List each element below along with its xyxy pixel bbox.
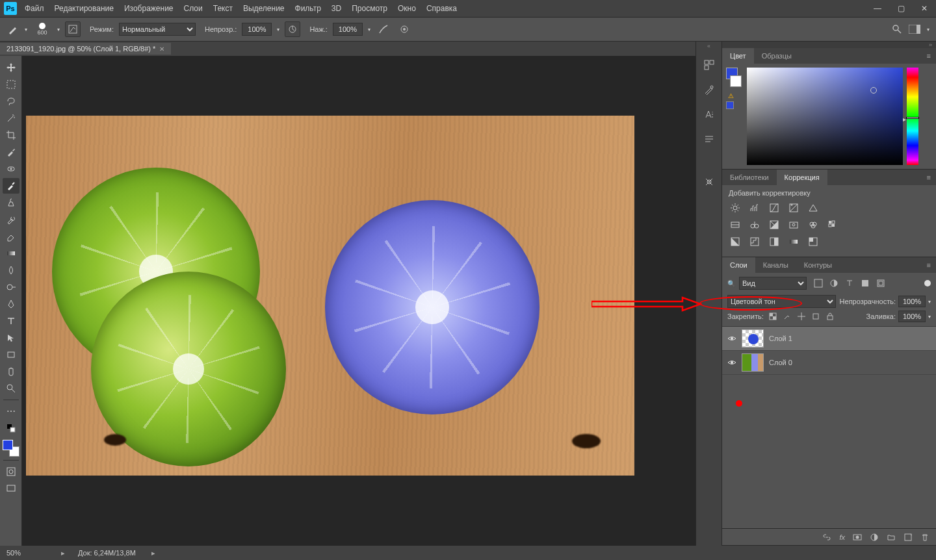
collapse-dock-icon[interactable]: « bbox=[696, 43, 722, 49]
layer-kind-select[interactable]: Вид bbox=[739, 277, 807, 290]
lock-all-icon[interactable] bbox=[825, 311, 835, 322]
delete-layer-icon[interactable] bbox=[920, 533, 930, 542]
menu-3d[interactable]: 3D bbox=[332, 4, 341, 13]
close-button[interactable]: ✕ bbox=[913, 0, 936, 17]
marquee-tool[interactable] bbox=[3, 77, 20, 92]
threshold-icon[interactable] bbox=[768, 236, 781, 248]
mini-swatches[interactable]: ⚠ bbox=[726, 68, 743, 165]
tab-color[interactable]: Цвет bbox=[722, 48, 754, 64]
healing-brush-tool[interactable] bbox=[3, 161, 20, 177]
dodge-tool[interactable] bbox=[3, 279, 20, 295]
posterize-icon[interactable] bbox=[748, 236, 761, 248]
crop-tool[interactable] bbox=[3, 127, 20, 143]
background-swatch[interactable] bbox=[730, 75, 742, 87]
bw-icon[interactable] bbox=[768, 219, 781, 231]
filter-shape-icon[interactable] bbox=[860, 278, 870, 288]
layer-item[interactable]: Слой 0 bbox=[722, 351, 936, 375]
exposure-icon[interactable] bbox=[787, 202, 800, 214]
dropdown-arrow-icon[interactable]: ▾ bbox=[928, 314, 931, 320]
screen-mode-button[interactable] bbox=[3, 481, 20, 496]
visibility-icon[interactable] bbox=[727, 334, 736, 343]
dropdown-arrow-icon[interactable]: ▾ bbox=[57, 27, 60, 32]
dropdown-arrow-icon[interactable]: ▾ bbox=[927, 27, 930, 32]
type-tool[interactable] bbox=[3, 313, 20, 329]
layer-name[interactable]: Слой 0 bbox=[769, 359, 792, 366]
hue-slider[interactable] bbox=[907, 68, 918, 165]
group-icon[interactable] bbox=[887, 533, 896, 542]
doc-arrow-icon[interactable]: ▸ bbox=[151, 549, 155, 557]
flow-input[interactable] bbox=[333, 23, 363, 36]
menu-layers[interactable]: Слои bbox=[184, 4, 203, 13]
invert-icon[interactable] bbox=[729, 236, 742, 248]
paragraph-panel-icon[interactable] bbox=[701, 131, 717, 147]
pressure-opacity-button[interactable] bbox=[285, 21, 300, 37]
pressure-size-button[interactable] bbox=[396, 21, 412, 37]
eyedropper-tool[interactable] bbox=[3, 144, 20, 160]
brightness-icon[interactable] bbox=[729, 202, 742, 214]
foreground-color[interactable] bbox=[3, 440, 13, 450]
menu-filter[interactable]: Фильтр bbox=[295, 4, 321, 13]
layer-style-icon[interactable]: fx bbox=[839, 533, 845, 541]
dropdown-arrow-icon[interactable]: ▾ bbox=[928, 299, 931, 305]
filter-pixel-icon[interactable] bbox=[813, 278, 824, 288]
adjustment-layer-icon[interactable] bbox=[870, 533, 879, 542]
filter-toggle[interactable] bbox=[924, 280, 931, 286]
search-icon[interactable] bbox=[892, 24, 902, 34]
document-canvas[interactable] bbox=[26, 116, 634, 476]
filter-type-icon[interactable] bbox=[844, 278, 855, 288]
lock-artboard-icon[interactable] bbox=[811, 311, 821, 322]
move-tool[interactable] bbox=[3, 60, 20, 75]
color-cursor[interactable] bbox=[870, 87, 877, 94]
menu-file[interactable]: Файл bbox=[25, 4, 44, 13]
tab-paths[interactable]: Контуры bbox=[796, 257, 840, 273]
selective-color-icon[interactable] bbox=[807, 236, 820, 248]
minimize-button[interactable]: — bbox=[866, 0, 889, 17]
color-field[interactable] bbox=[747, 68, 903, 165]
path-selection-tool[interactable] bbox=[3, 330, 20, 346]
color-lookup-icon[interactable] bbox=[826, 219, 839, 231]
gradient-map-icon[interactable] bbox=[787, 236, 800, 248]
hue-sat-icon[interactable] bbox=[729, 219, 742, 231]
dropdown-arrow-icon[interactable]: ▾ bbox=[368, 27, 370, 32]
brush-tool-icon[interactable] bbox=[6, 23, 20, 36]
properties-panel-icon[interactable] bbox=[701, 82, 717, 97]
layer-thumbnail[interactable] bbox=[742, 353, 764, 372]
character-panel-icon[interactable] bbox=[701, 107, 717, 122]
brush-size-preview[interactable]: 600 bbox=[32, 23, 52, 36]
menu-text[interactable]: Текст bbox=[213, 4, 233, 13]
filter-smart-icon[interactable] bbox=[876, 278, 886, 288]
gamut-warning-icon[interactable]: ⚠ bbox=[726, 91, 735, 100]
lock-position-icon[interactable] bbox=[796, 311, 807, 322]
layer-name[interactable]: Слой 1 bbox=[769, 335, 792, 342]
brush-panel-button[interactable] bbox=[65, 21, 81, 37]
default-colors-icon[interactable] bbox=[3, 420, 20, 436]
layer-fill-input[interactable] bbox=[898, 311, 926, 322]
edit-toolbar-button[interactable]: ⋯ bbox=[3, 403, 20, 419]
quick-mask-button[interactable] bbox=[3, 464, 20, 479]
rectangle-tool[interactable] bbox=[3, 347, 20, 363]
eraser-tool[interactable] bbox=[3, 229, 20, 244]
lock-transparency-icon[interactable] bbox=[768, 311, 778, 322]
zoom-arrow-icon[interactable]: ▸ bbox=[61, 549, 65, 557]
color-balance-icon[interactable] bbox=[748, 219, 761, 231]
lock-image-icon[interactable] bbox=[782, 311, 792, 322]
brushes-panel-icon[interactable] bbox=[701, 174, 717, 190]
visibility-icon[interactable] bbox=[727, 358, 736, 367]
opacity-input[interactable] bbox=[242, 23, 272, 36]
menu-view[interactable]: Просмотр bbox=[352, 4, 387, 13]
curves-icon[interactable] bbox=[768, 202, 781, 214]
levels-icon[interactable] bbox=[748, 202, 761, 214]
dropdown-arrow-icon[interactable]: ▾ bbox=[25, 27, 27, 32]
gradient-tool[interactable] bbox=[3, 246, 20, 261]
panel-menu-icon[interactable]: ≡ bbox=[922, 48, 936, 64]
panel-menu-icon[interactable]: ≡ bbox=[922, 170, 936, 185]
layer-mask-icon[interactable] bbox=[853, 533, 862, 542]
menu-window[interactable]: Окно bbox=[398, 4, 416, 13]
layer-thumbnail[interactable] bbox=[742, 329, 764, 348]
color-swatches[interactable] bbox=[3, 440, 20, 457]
blur-tool[interactable] bbox=[3, 262, 20, 278]
workspace-button[interactable] bbox=[909, 25, 920, 34]
menu-edit[interactable]: Редактирование bbox=[55, 4, 114, 13]
dropdown-arrow-icon[interactable]: ▾ bbox=[277, 27, 280, 32]
airbrush-button[interactable] bbox=[376, 21, 391, 37]
